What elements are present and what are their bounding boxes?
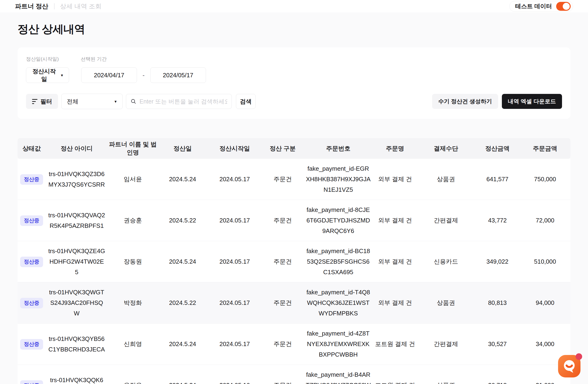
cell-settle-type: 주문건	[262, 256, 303, 267]
cell-settle-start: 2024.05.17	[207, 256, 262, 267]
test-data-toggle[interactable]	[556, 2, 571, 11]
cell-status: 정산중	[18, 256, 46, 267]
column-header: 상태값	[18, 145, 46, 153]
cell-id: trs-01HVQK3QZE4GHDHFG2W4TW02E5	[46, 246, 108, 277]
test-data-pill: 테스트 데이터	[509, 1, 573, 12]
notification-dot	[576, 353, 582, 360]
cell-partner: 유정우	[108, 380, 158, 384]
main-content: 정산 상세내역 정산일(시작일) 선택된 기간 정산시작일 ▼ 2024/04/…	[0, 22, 588, 384]
cell-settle-start: 2024.05.16	[207, 380, 262, 384]
cell-pay-method: 신용카드	[417, 256, 475, 267]
cell-settle-date: 2024.5.24	[158, 174, 207, 185]
chevron-down-icon: ▼	[114, 100, 117, 104]
cell-order-no: fake_payment_id-BC1853Q2SE2B5FSGHCS6C1SX…	[303, 246, 373, 277]
date-type-select[interactable]: 정산시작일 ▼	[26, 67, 69, 83]
cell-settle-date: 2024.5.24	[158, 339, 207, 349]
column-header: 주문금액	[520, 145, 570, 153]
search-button[interactable]: 검색	[236, 94, 256, 109]
cell-order-no: fake_payment_id-B4ARTZRVQ9J3W7ZCG58WNW0N…	[303, 369, 373, 384]
settlement-table: 상태값정산 아이디파트너 이름 및 법인명정산일정산시작일정산 구분주문번호주문…	[18, 138, 570, 384]
date-range-separator: -	[143, 72, 145, 79]
table-row[interactable]: 정산중trs-01HVQK3QVAQ2R5K4P5AZRBPFS1권승훈2024…	[18, 200, 570, 241]
cell-settle-date: 2024.5.22	[158, 298, 207, 308]
chat-widget-button[interactable]	[558, 355, 581, 378]
cell-order-amount: 750,000	[520, 174, 570, 185]
status-badge: 정산중	[20, 215, 43, 226]
filter-card: 정산일(시작일) 선택된 기간 정산시작일 ▼ 2024/04/17 - 202…	[18, 47, 570, 119]
cell-pay-method: 상품권	[417, 174, 475, 185]
cell-order-amount: 72,000	[520, 215, 570, 226]
cell-settle-amount: 26,718	[475, 380, 520, 384]
table-row[interactable]: 정산중trs-01HVQK3QZE4GHDHFG2W4TW02E5장동원2024…	[18, 241, 570, 282]
cell-settle-date: 2024.5.24	[158, 380, 207, 384]
cell-settle-type: 주문건	[262, 174, 303, 185]
cell-order-name: 포트원 결제 건	[373, 339, 417, 349]
test-data-label: 테스트 데이터	[515, 2, 552, 10]
nav-divider	[54, 3, 55, 9]
nav-item-detail-lookup[interactable]: 상세 내역 조회	[60, 2, 102, 11]
cell-settle-type: 주문건	[262, 298, 303, 308]
status-badge: 정산중	[20, 339, 43, 349]
cell-settle-date: 2024.5.24	[158, 256, 207, 267]
table-row[interactable]: 정산중trs-01HVQK3QYB56C1YBBCRHD3JECA신희영2024…	[18, 324, 570, 365]
cell-pay-method: 상품권	[417, 298, 475, 308]
cell-order-name: 외부 결제 건	[373, 298, 417, 308]
column-header: 정산시작일	[207, 145, 262, 153]
cell-settle-type: 주문건	[262, 339, 303, 349]
cell-settle-date: 2024.5.22	[158, 215, 207, 226]
topbar: 파트너 정산 상세 내역 조회 테스트 데이터	[0, 0, 588, 12]
cell-settle-type: 주문건	[262, 380, 303, 384]
table-row[interactable]: 정산중trs-01HVQK3QQK6R4ENS86E49AR8E2유정우2024…	[18, 365, 570, 384]
cell-settle-amount: 30,527	[475, 339, 520, 349]
search-input[interactable]	[140, 98, 227, 105]
category-select-value: 전체	[67, 98, 78, 105]
category-select[interactable]: 전체 ▼	[61, 94, 123, 109]
end-date-input[interactable]: 2024/05/17	[150, 67, 206, 83]
cell-order-name: 외부 결제 건	[373, 256, 417, 267]
cell-settle-amount: 641,577	[475, 174, 520, 185]
manual-settlement-create-button[interactable]: 수기 정산건 생성하기	[432, 94, 498, 109]
cell-status: 정산중	[18, 339, 46, 349]
cell-order-name: 포트원 결제 건	[373, 380, 417, 384]
cell-order-amount: 31,000	[520, 380, 570, 384]
cell-partner: 신희영	[108, 339, 158, 349]
column-header: 정산일	[158, 145, 207, 153]
search-box	[126, 94, 232, 109]
table-row[interactable]: 정산중trs-01HVQK3QWGTS24J93AC20FHSQW박정화2024…	[18, 282, 570, 324]
filter-button[interactable]: 필터	[26, 94, 58, 109]
cell-id: trs-01HVQK3QYB56C1YBBCRHD3JECA	[46, 334, 108, 355]
start-date-input[interactable]: 2024/04/17	[81, 67, 137, 83]
cell-pay-method: 간편결제	[417, 215, 475, 226]
table-body: 정산중trs-01HVQK3QZ3D6MYX3J7QS6YCSRR임서윤2024…	[18, 159, 570, 384]
cell-order-name: 외부 결제 건	[373, 215, 417, 226]
settlement-date-label: 정산일(시작일)	[26, 56, 81, 62]
cell-order-name: 외부 결제 건	[373, 174, 417, 185]
selected-period-label: 선택된 기간	[81, 56, 107, 62]
cell-order-amount: 34,000	[520, 339, 570, 349]
toggle-knob	[563, 3, 570, 10]
status-badge: 정산중	[20, 298, 43, 308]
cell-settle-start: 2024.05.17	[207, 174, 262, 185]
column-header: 정산 아이디	[46, 145, 108, 153]
breadcrumb: 파트너 정산 상세 내역 조회	[15, 2, 102, 11]
table-row[interactable]: 정산중trs-01HVQK3QZ3D6MYX3J7QS6YCSRR임서윤2024…	[18, 159, 570, 200]
status-badge: 정산중	[20, 174, 43, 185]
cell-status: 정산중	[18, 174, 46, 185]
column-header: 결제수단	[417, 145, 475, 153]
cell-partner: 임서윤	[108, 174, 158, 185]
column-header: 정산금액	[475, 145, 520, 153]
excel-download-button[interactable]: 내역 엑셀 다운로드	[502, 94, 562, 109]
filter-lines-icon	[32, 99, 38, 104]
table-header-row: 상태값정산 아이디파트너 이름 및 법인명정산일정산시작일정산 구분주문번호주문…	[18, 138, 570, 159]
cell-settle-amount: 349,022	[475, 256, 520, 267]
cell-id: trs-01HVQK3QWGTS24J93AC20FHSQW	[46, 287, 108, 319]
cell-order-no: fake_payment_id-EGRXH8HKB387H9XJ9GJAN1EJ…	[303, 163, 373, 195]
cell-settle-start: 2024.05.17	[207, 339, 262, 349]
nav-item-partner-settlement[interactable]: 파트너 정산	[15, 2, 48, 11]
column-header: 정산 구분	[262, 145, 303, 153]
cell-settle-type: 주문건	[262, 215, 303, 226]
cell-settle-amount: 80,813	[475, 298, 520, 308]
cell-settle-start: 2024.05.17	[207, 298, 262, 308]
column-header: 파트너 이름 및 법인명	[108, 140, 158, 157]
cell-order-amount: 94,000	[520, 298, 570, 308]
